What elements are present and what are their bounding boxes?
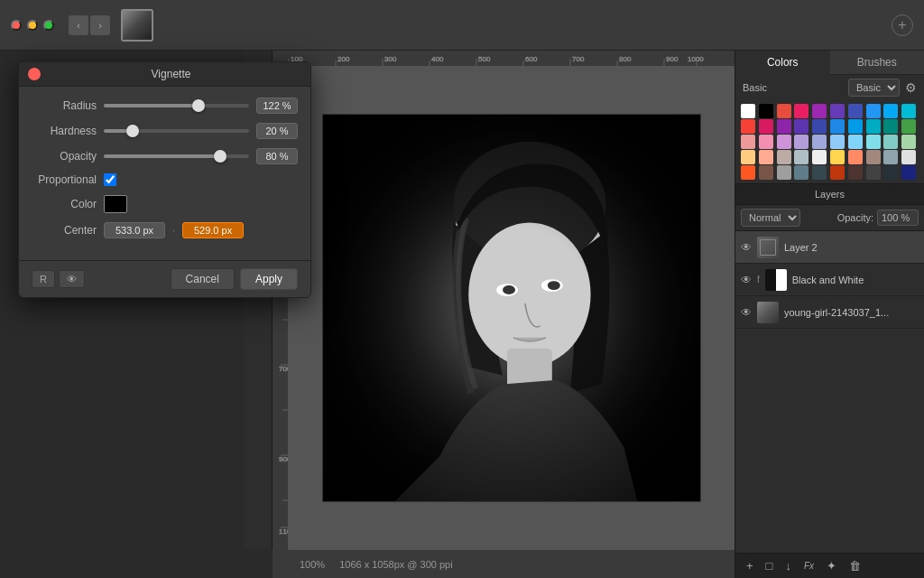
add-layer-button[interactable]: + (743, 557, 757, 574)
color-swatch-item[interactable] (848, 135, 863, 149)
adjust-button[interactable]: ✦ (823, 557, 840, 574)
proportional-checkbox[interactable] (104, 173, 116, 186)
opacity-value[interactable]: 80 % (256, 148, 298, 164)
tab-colors[interactable]: Colors (735, 51, 830, 75)
new-group-button[interactable]: □ (762, 557, 777, 574)
tab-brushes[interactable]: Brushes (830, 51, 925, 75)
color-swatch-item[interactable] (794, 165, 808, 180)
color-swatch-item[interactable] (777, 135, 791, 149)
reset-button[interactable]: R (32, 270, 55, 288)
color-swatch-item[interactable] (794, 119, 808, 134)
color-swatch-item[interactable] (848, 104, 863, 118)
color-swatch-item[interactable] (848, 165, 863, 180)
color-swatch-item[interactable] (812, 119, 827, 134)
layer-item-layer2[interactable]: 👁 Layer 2 (735, 231, 924, 264)
opacity-slider[interactable] (104, 154, 249, 158)
color-swatch-item[interactable] (866, 150, 881, 164)
color-swatch-item[interactable] (901, 104, 916, 118)
color-swatch-item[interactable] (777, 150, 791, 164)
color-swatch-item[interactable] (812, 165, 827, 180)
color-swatch-item[interactable] (741, 165, 755, 180)
color-swatch-item[interactable] (901, 119, 916, 134)
opacity-label: Opacity: (837, 212, 873, 223)
color-swatch-item[interactable] (866, 119, 881, 134)
color-swatch-item[interactable] (830, 135, 845, 149)
layer2-visibility-icon[interactable]: 👁 (741, 241, 752, 254)
canvas-wrapper[interactable] (289, 67, 735, 549)
forward-button[interactable]: › (90, 15, 110, 35)
delete-layer-button[interactable]: 🗑 (845, 557, 864, 574)
center-y-input[interactable] (182, 222, 244, 238)
svg-text:900: 900 (279, 455, 288, 463)
color-swatch-item[interactable] (883, 104, 898, 118)
hardness-thumb[interactable] (126, 125, 139, 137)
color-swatch-item[interactable] (883, 119, 898, 134)
color-grid (735, 100, 924, 183)
svg-text:700: 700 (572, 55, 585, 63)
radius-slider[interactable] (104, 104, 249, 107)
hardness-slider[interactable] (104, 129, 249, 133)
export-layer-button[interactable]: ↓ (781, 557, 795, 574)
add-document-button[interactable]: + (892, 14, 913, 36)
color-swatch[interactable] (104, 195, 127, 213)
layer-item-bw[interactable]: 👁 f Black and White (735, 264, 924, 296)
opacity-thumb[interactable] (214, 150, 226, 163)
layer2-thumbnail (757, 237, 779, 258)
layer-item-photo[interactable]: 👁 young-girl-2143037_1... (735, 296, 924, 329)
color-swatch-item[interactable] (883, 150, 898, 164)
bw-visibility-icon[interactable]: 👁 (741, 274, 752, 286)
hardness-value[interactable]: 20 % (256, 123, 298, 139)
color-swatch-item[interactable] (901, 165, 916, 180)
close-button[interactable] (11, 20, 22, 31)
color-swatch-item[interactable] (830, 104, 845, 118)
minimize-button[interactable] (27, 20, 38, 31)
color-swatch-item[interactable] (794, 150, 808, 164)
color-swatch-item[interactable] (848, 150, 863, 164)
blend-mode-dropdown[interactable]: Normal (741, 209, 800, 227)
apply-button[interactable]: Apply (240, 268, 298, 290)
document-thumbnail[interactable] (121, 9, 153, 42)
color-swatch-item[interactable] (830, 150, 845, 164)
gear-button[interactable]: ⚙ (905, 80, 917, 95)
photo-visibility-icon[interactable]: 👁 (741, 306, 752, 319)
color-swatch-item[interactable] (794, 135, 808, 149)
color-swatch-item[interactable] (812, 135, 827, 149)
color-swatch-item[interactable] (794, 104, 808, 118)
color-swatch-item[interactable] (741, 119, 755, 134)
maximize-button[interactable] (43, 20, 54, 31)
color-swatch-item[interactable] (812, 104, 827, 118)
color-swatch-item[interactable] (883, 165, 898, 180)
color-swatch-item[interactable] (830, 165, 845, 180)
color-swatch-item[interactable] (812, 150, 827, 164)
color-swatch-item[interactable] (830, 119, 845, 134)
color-swatch-item[interactable] (866, 104, 881, 118)
fx-button[interactable]: Fx (800, 559, 818, 573)
color-swatch-item[interactable] (741, 150, 755, 164)
color-swatch-item[interactable] (777, 119, 791, 134)
dialog-close-button[interactable] (28, 68, 41, 80)
color-swatch-item[interactable] (866, 135, 881, 149)
center-x-input[interactable] (104, 222, 165, 238)
color-swatch-item[interactable] (741, 104, 755, 118)
color-swatch-item[interactable] (741, 135, 755, 149)
color-swatch-item[interactable] (759, 135, 773, 149)
color-swatch-item[interactable] (777, 165, 791, 180)
color-swatch-item[interactable] (866, 165, 881, 180)
preview-button[interactable]: 👁 (59, 270, 85, 288)
color-swatch-item[interactable] (759, 165, 773, 180)
radius-thumb[interactable] (192, 99, 205, 112)
color-swatch-item[interactable] (777, 104, 791, 118)
color-swatch-item[interactable] (901, 135, 916, 149)
color-swatch-item[interactable] (759, 150, 773, 164)
back-button[interactable]: ‹ (69, 15, 88, 35)
traffic-lights (11, 20, 54, 31)
color-swatch-item[interactable] (848, 119, 863, 134)
opacity-input[interactable] (877, 210, 919, 226)
radius-value[interactable]: 122 % (256, 98, 298, 114)
cancel-button[interactable]: Cancel (171, 268, 235, 290)
color-swatch-item[interactable] (901, 150, 916, 164)
color-swatch-item[interactable] (883, 135, 898, 149)
preset-dropdown[interactable]: Basic (848, 79, 900, 97)
color-swatch-item[interactable] (759, 104, 773, 118)
color-swatch-item[interactable] (759, 119, 773, 134)
